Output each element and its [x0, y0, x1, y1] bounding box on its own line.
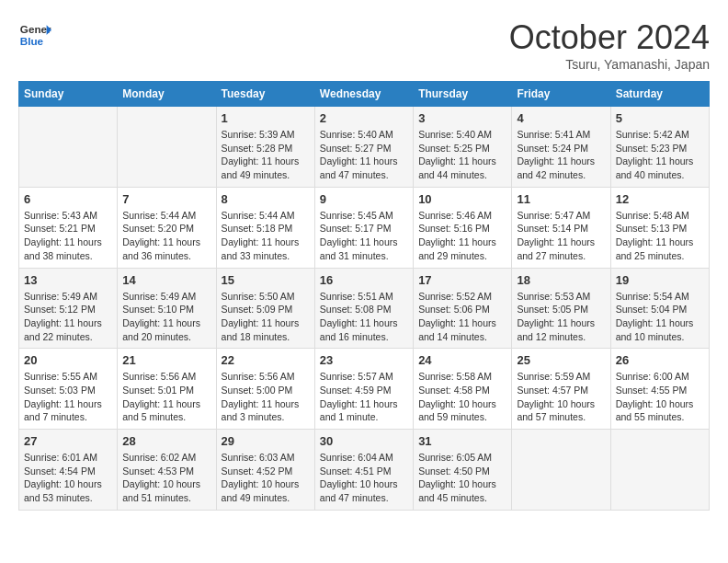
week-row-5: 27Sunrise: 6:01 AMSunset: 4:54 PMDayligh…	[19, 430, 710, 511]
day-number: 21	[122, 353, 210, 367]
day-cell: 9Sunrise: 5:45 AMSunset: 5:17 PMDaylight…	[314, 187, 413, 268]
day-info: Sunrise: 5:48 AMSunset: 5:13 PMDaylight:…	[616, 209, 704, 263]
day-info: Sunrise: 5:39 AMSunset: 5:28 PMDaylight:…	[222, 128, 310, 182]
day-cell: 2Sunrise: 5:40 AMSunset: 5:27 PMDaylight…	[314, 107, 413, 188]
day-cell: 31Sunrise: 6:05 AMSunset: 4:50 PMDayligh…	[414, 430, 512, 511]
day-cell: 28Sunrise: 6:02 AMSunset: 4:53 PMDayligh…	[118, 430, 216, 511]
day-info: Sunrise: 5:50 AMSunset: 5:09 PMDaylight:…	[222, 290, 310, 344]
day-number: 12	[616, 192, 704, 206]
day-info: Sunrise: 5:40 AMSunset: 5:27 PMDaylight:…	[320, 128, 408, 182]
day-number: 11	[517, 192, 605, 206]
day-cell: 10Sunrise: 5:46 AMSunset: 5:16 PMDayligh…	[414, 187, 512, 268]
day-number: 3	[418, 111, 506, 125]
day-info: Sunrise: 6:00 AMSunset: 4:55 PMDaylight:…	[616, 370, 704, 424]
day-cell: 23Sunrise: 5:57 AMSunset: 4:59 PMDayligh…	[314, 349, 413, 430]
day-number: 24	[418, 353, 506, 367]
day-info: Sunrise: 5:40 AMSunset: 5:25 PMDaylight:…	[418, 128, 506, 182]
day-number: 9	[320, 192, 408, 206]
col-wednesday: Wednesday	[314, 82, 413, 107]
day-number: 20	[24, 353, 112, 367]
header-row: Sunday Monday Tuesday Wednesday Thursday…	[19, 82, 710, 107]
logo-icon: General Blue	[18, 18, 51, 52]
day-cell: 8Sunrise: 5:44 AMSunset: 5:18 PMDaylight…	[216, 187, 314, 268]
day-info: Sunrise: 5:51 AMSunset: 5:08 PMDaylight:…	[320, 290, 408, 344]
day-cell: 16Sunrise: 5:51 AMSunset: 5:08 PMDayligh…	[314, 268, 413, 349]
day-info: Sunrise: 5:54 AMSunset: 5:04 PMDaylight:…	[616, 290, 704, 344]
day-number: 2	[320, 111, 408, 125]
week-row-4: 20Sunrise: 5:55 AMSunset: 5:03 PMDayligh…	[19, 349, 710, 430]
day-info: Sunrise: 5:46 AMSunset: 5:16 PMDaylight:…	[418, 209, 506, 263]
day-cell	[610, 430, 709, 511]
day-info: Sunrise: 5:45 AMSunset: 5:17 PMDaylight:…	[320, 209, 408, 263]
day-info: Sunrise: 6:01 AMSunset: 4:54 PMDaylight:…	[24, 451, 112, 505]
day-number: 6	[24, 192, 112, 206]
day-cell: 7Sunrise: 5:44 AMSunset: 5:20 PMDaylight…	[118, 187, 216, 268]
day-cell: 18Sunrise: 5:53 AMSunset: 5:05 PMDayligh…	[512, 268, 610, 349]
day-cell: 13Sunrise: 5:49 AMSunset: 5:12 PMDayligh…	[19, 268, 118, 349]
day-cell: 24Sunrise: 5:58 AMSunset: 4:58 PMDayligh…	[414, 349, 512, 430]
day-cell: 20Sunrise: 5:55 AMSunset: 5:03 PMDayligh…	[19, 349, 118, 430]
day-cell: 17Sunrise: 5:52 AMSunset: 5:06 PMDayligh…	[414, 268, 512, 349]
day-number: 7	[122, 192, 210, 206]
title-block: October 2024 Tsuru, Yamanashi, Japan	[509, 18, 710, 72]
calendar-table: Sunday Monday Tuesday Wednesday Thursday…	[18, 81, 710, 511]
col-thursday: Thursday	[414, 82, 512, 107]
day-number: 13	[24, 273, 112, 287]
day-number: 28	[122, 434, 210, 448]
day-cell: 1Sunrise: 5:39 AMSunset: 5:28 PMDaylight…	[216, 107, 314, 188]
location: Tsuru, Yamanashi, Japan	[509, 57, 710, 72]
day-cell: 22Sunrise: 5:56 AMSunset: 5:00 PMDayligh…	[216, 349, 314, 430]
day-number: 31	[418, 434, 506, 448]
day-number: 10	[418, 192, 506, 206]
week-row-3: 13Sunrise: 5:49 AMSunset: 5:12 PMDayligh…	[19, 268, 710, 349]
col-tuesday: Tuesday	[216, 82, 314, 107]
day-number: 27	[24, 434, 112, 448]
day-cell	[19, 107, 118, 188]
day-cell: 14Sunrise: 5:49 AMSunset: 5:10 PMDayligh…	[118, 268, 216, 349]
day-info: Sunrise: 6:03 AMSunset: 4:52 PMDaylight:…	[222, 451, 310, 505]
day-info: Sunrise: 6:04 AMSunset: 4:51 PMDaylight:…	[320, 451, 408, 505]
page-header: General Blue October 2024 Tsuru, Yamanas…	[18, 18, 710, 72]
week-row-1: 1Sunrise: 5:39 AMSunset: 5:28 PMDaylight…	[19, 107, 710, 188]
day-cell: 6Sunrise: 5:43 AMSunset: 5:21 PMDaylight…	[19, 187, 118, 268]
day-number: 18	[517, 273, 605, 287]
day-cell: 11Sunrise: 5:47 AMSunset: 5:14 PMDayligh…	[512, 187, 610, 268]
day-number: 19	[616, 273, 704, 287]
week-row-2: 6Sunrise: 5:43 AMSunset: 5:21 PMDaylight…	[19, 187, 710, 268]
col-friday: Friday	[512, 82, 610, 107]
month-title: October 2024	[509, 18, 710, 57]
day-info: Sunrise: 5:42 AMSunset: 5:23 PMDaylight:…	[616, 128, 704, 182]
day-cell: 21Sunrise: 5:56 AMSunset: 5:01 PMDayligh…	[118, 349, 216, 430]
day-cell: 26Sunrise: 6:00 AMSunset: 4:55 PMDayligh…	[610, 349, 709, 430]
day-info: Sunrise: 5:53 AMSunset: 5:05 PMDaylight:…	[517, 290, 605, 344]
day-info: Sunrise: 5:49 AMSunset: 5:10 PMDaylight:…	[122, 290, 210, 344]
day-number: 22	[222, 353, 310, 367]
day-number: 30	[320, 434, 408, 448]
day-info: Sunrise: 5:41 AMSunset: 5:24 PMDaylight:…	[517, 128, 605, 182]
day-info: Sunrise: 6:02 AMSunset: 4:53 PMDaylight:…	[122, 451, 210, 505]
day-cell: 30Sunrise: 6:04 AMSunset: 4:51 PMDayligh…	[314, 430, 413, 511]
day-number: 4	[517, 111, 605, 125]
day-number: 15	[222, 273, 310, 287]
day-info: Sunrise: 6:05 AMSunset: 4:50 PMDaylight:…	[418, 451, 506, 505]
day-info: Sunrise: 5:57 AMSunset: 4:59 PMDaylight:…	[320, 370, 408, 424]
col-saturday: Saturday	[610, 82, 709, 107]
day-cell: 5Sunrise: 5:42 AMSunset: 5:23 PMDaylight…	[610, 107, 709, 188]
day-number: 25	[517, 353, 605, 367]
day-info: Sunrise: 5:59 AMSunset: 4:57 PMDaylight:…	[517, 370, 605, 424]
day-cell	[118, 107, 216, 188]
day-number: 17	[418, 273, 506, 287]
day-cell: 25Sunrise: 5:59 AMSunset: 4:57 PMDayligh…	[512, 349, 610, 430]
day-cell	[512, 430, 610, 511]
day-info: Sunrise: 5:49 AMSunset: 5:12 PMDaylight:…	[24, 290, 112, 344]
col-monday: Monday	[118, 82, 216, 107]
day-cell: 15Sunrise: 5:50 AMSunset: 5:09 PMDayligh…	[216, 268, 314, 349]
day-info: Sunrise: 5:56 AMSunset: 5:00 PMDaylight:…	[222, 370, 310, 424]
day-info: Sunrise: 5:58 AMSunset: 4:58 PMDaylight:…	[418, 370, 506, 424]
day-number: 1	[222, 111, 310, 125]
day-cell: 29Sunrise: 6:03 AMSunset: 4:52 PMDayligh…	[216, 430, 314, 511]
day-cell: 12Sunrise: 5:48 AMSunset: 5:13 PMDayligh…	[610, 187, 709, 268]
day-number: 8	[222, 192, 310, 206]
day-cell: 19Sunrise: 5:54 AMSunset: 5:04 PMDayligh…	[610, 268, 709, 349]
col-sunday: Sunday	[19, 82, 118, 107]
